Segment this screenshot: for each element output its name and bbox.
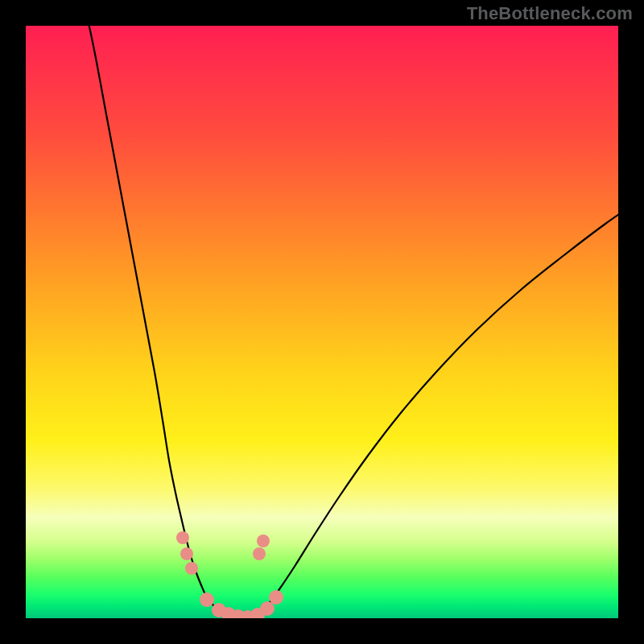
data-marker bbox=[180, 547, 193, 560]
curve-right-branch bbox=[247, 204, 618, 618]
data-marker bbox=[176, 531, 189, 544]
chart-frame: TheBottleneck.com bbox=[0, 0, 644, 644]
data-marker bbox=[185, 562, 198, 575]
data-marker bbox=[260, 601, 275, 616]
curve-layer bbox=[26, 26, 618, 618]
plot-area bbox=[26, 26, 618, 618]
data-marker bbox=[253, 547, 266, 560]
curve-left-branch bbox=[82, 26, 247, 618]
marker-group bbox=[176, 531, 283, 618]
watermark-label: TheBottleneck.com bbox=[467, 3, 633, 24]
data-marker bbox=[269, 590, 283, 605]
data-marker bbox=[200, 592, 214, 607]
data-marker bbox=[257, 535, 270, 547]
bottleneck-curve bbox=[82, 26, 618, 618]
